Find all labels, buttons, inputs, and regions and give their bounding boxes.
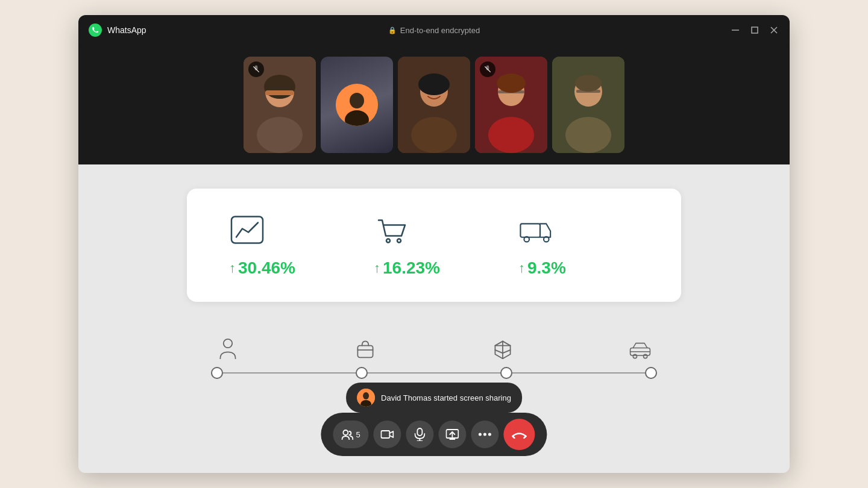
toast-text: David Thomas started screen sharing bbox=[381, 393, 511, 402]
svg-point-52 bbox=[479, 433, 482, 436]
more-options-button[interactable] bbox=[471, 421, 499, 448]
svg-point-54 bbox=[488, 433, 491, 436]
svg-point-10 bbox=[257, 117, 303, 153]
participant-tile-1[interactable] bbox=[244, 57, 316, 153]
stat-item-2: ↑ 16.23% bbox=[362, 213, 506, 278]
svg-rect-9 bbox=[265, 90, 294, 95]
participants-strip bbox=[78, 45, 790, 164]
microphone-button[interactable] bbox=[406, 421, 434, 448]
svg-point-53 bbox=[483, 433, 486, 436]
svg-point-23 bbox=[497, 74, 526, 93]
svg-line-55 bbox=[513, 436, 515, 438]
bag-track-icon bbox=[354, 338, 376, 360]
participant-tile-4[interactable] bbox=[475, 57, 547, 153]
notification-toast: David Thomas started screen sharing bbox=[346, 383, 522, 413]
svg-rect-32 bbox=[520, 224, 540, 237]
participants-count: 5 bbox=[356, 430, 360, 439]
stat-item-1: ↑ 30.46% bbox=[217, 213, 362, 278]
svg-point-17 bbox=[411, 117, 457, 153]
maximize-button[interactable] bbox=[749, 24, 761, 36]
lock-icon: 🔒 bbox=[388, 27, 397, 34]
svg-point-12 bbox=[350, 93, 364, 108]
stat-value-1: ↑ 30.46% bbox=[229, 258, 295, 278]
svg-point-26 bbox=[565, 117, 611, 153]
toast-avatar bbox=[357, 389, 375, 407]
title-bar-left: WhatsApp bbox=[88, 23, 146, 37]
svg-rect-29 bbox=[231, 217, 263, 243]
svg-point-28 bbox=[575, 75, 602, 92]
svg-point-31 bbox=[397, 239, 401, 243]
close-button[interactable] bbox=[768, 24, 780, 36]
participant-5-avatar bbox=[552, 57, 624, 153]
track-icons bbox=[211, 338, 657, 360]
track-dot-3 bbox=[500, 367, 512, 379]
main-content: ↑ 30.46% ↑ 16.23% bbox=[78, 164, 790, 473]
track-dot-4 bbox=[645, 367, 657, 379]
progress-track bbox=[187, 326, 681, 391]
stat-value-2: ↑ 16.23% bbox=[374, 258, 440, 278]
cart-icon bbox=[374, 213, 410, 249]
svg-rect-2 bbox=[752, 27, 758, 33]
svg-point-35 bbox=[224, 339, 232, 348]
svg-rect-36 bbox=[357, 346, 373, 358]
arrow-up-3: ↑ bbox=[518, 260, 525, 276]
whatsapp-logo-icon bbox=[88, 23, 102, 37]
control-bar: 5 bbox=[321, 413, 547, 456]
david-thomas-avatar bbox=[336, 84, 378, 126]
svg-point-30 bbox=[386, 239, 390, 243]
app-title: WhatsApp bbox=[107, 25, 146, 35]
svg-rect-45 bbox=[418, 428, 423, 436]
arrow-up-1: ↑ bbox=[229, 260, 236, 276]
mute-badge-1 bbox=[248, 61, 264, 77]
participant-tile-3[interactable] bbox=[398, 57, 470, 153]
box-track-icon bbox=[492, 338, 514, 360]
camera-button[interactable] bbox=[374, 421, 401, 448]
shared-screen-content: ↑ 30.46% ↑ 16.23% bbox=[163, 189, 705, 391]
end-call-button[interactable] bbox=[504, 419, 535, 450]
minimize-button[interactable] bbox=[729, 24, 741, 36]
encryption-label: End-to-end endcrypted bbox=[400, 26, 480, 35]
chart-icon bbox=[229, 213, 265, 249]
truck-icon bbox=[518, 213, 555, 249]
participants-button[interactable]: 5 bbox=[333, 421, 368, 448]
svg-point-0 bbox=[89, 23, 102, 37]
participant-3-avatar bbox=[398, 57, 470, 153]
mute-badge-4 bbox=[480, 61, 495, 77]
participant-tile-5[interactable] bbox=[552, 57, 624, 153]
stats-card: ↑ 30.46% ↑ 16.23% bbox=[187, 189, 681, 302]
track-dot-1 bbox=[211, 367, 223, 379]
window-controls bbox=[729, 24, 780, 36]
track-dots bbox=[211, 367, 657, 379]
person-track-icon bbox=[217, 338, 239, 360]
svg-point-21 bbox=[488, 117, 534, 153]
svg-point-16 bbox=[418, 74, 450, 95]
svg-point-43 bbox=[343, 430, 348, 435]
stat-value-3: ↑ 9.3% bbox=[518, 258, 566, 278]
track-dot-2 bbox=[356, 367, 368, 379]
stat-item-3: ↑ 9.3% bbox=[506, 213, 651, 278]
svg-line-56 bbox=[524, 436, 526, 438]
screen-share-button[interactable] bbox=[439, 421, 467, 448]
arrow-up-2: ↑ bbox=[374, 260, 380, 276]
svg-rect-44 bbox=[382, 431, 390, 438]
svg-point-41 bbox=[363, 392, 369, 399]
car-track-icon bbox=[629, 338, 651, 360]
title-bar: WhatsApp 🔒 End-to-end endcrypted bbox=[78, 15, 790, 45]
track-line-container bbox=[211, 367, 657, 379]
encryption-indicator: 🔒 End-to-end endcrypted bbox=[388, 26, 480, 35]
app-window: WhatsApp 🔒 End-to-end endcrypted bbox=[78, 15, 790, 473]
participant-tile-2[interactable] bbox=[321, 57, 393, 153]
